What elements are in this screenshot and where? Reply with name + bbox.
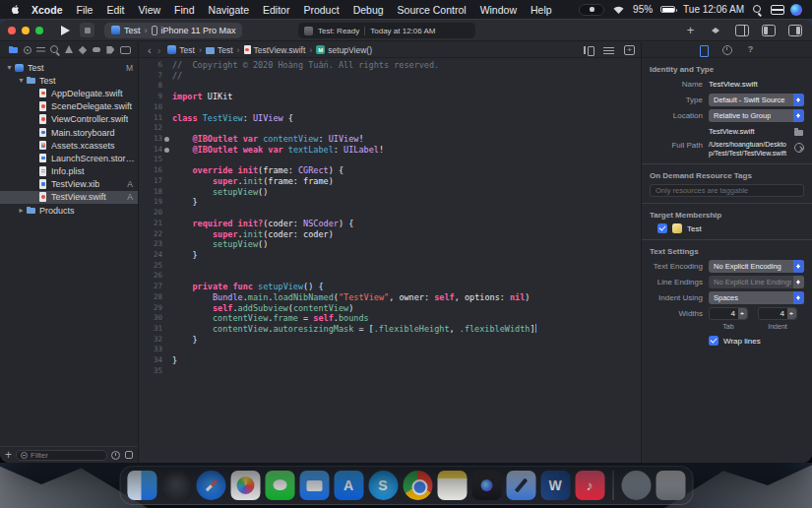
line-number[interactable]: 17 bbox=[139, 176, 162, 187]
file-row-testview-swift[interactable]: TestView.swiftA bbox=[0, 191, 138, 204]
menu-view[interactable]: View bbox=[139, 4, 161, 16]
code-line-7[interactable]: 7// bbox=[139, 71, 641, 82]
editor-layout-icon[interactable] bbox=[735, 25, 749, 36]
stepper-icon[interactable] bbox=[787, 308, 796, 319]
code-line-34[interactable]: 34} bbox=[139, 355, 641, 366]
code-line-11[interactable]: 11class TestView: UIView { bbox=[139, 113, 641, 124]
menu-xcode[interactable]: Xcode bbox=[31, 4, 63, 16]
code-editor[interactable]: 6// Copyright © 2020 Hoàng Tuấn. All rig… bbox=[139, 58, 641, 463]
recent-files-icon[interactable] bbox=[111, 451, 120, 460]
messages-dock-icon[interactable] bbox=[265, 471, 294, 500]
code-line-6[interactable]: 6// Copyright © 2020 Hoàng Tuấn. All rig… bbox=[139, 60, 641, 71]
apple-menu-icon[interactable] bbox=[10, 4, 21, 15]
file-row-assets-xcassets[interactable]: Assets.xcassets bbox=[0, 139, 138, 152]
wrap-lines-row[interactable]: Wrap lines bbox=[642, 336, 812, 346]
disclosure-triangle-icon[interactable]: ▾ bbox=[5, 63, 14, 72]
spotlight-icon[interactable] bbox=[752, 4, 763, 15]
line-number[interactable]: 30 bbox=[139, 313, 162, 324]
code-line-25[interactable]: 25 bbox=[139, 261, 641, 272]
line-number[interactable]: 27 bbox=[139, 282, 162, 292]
run-button[interactable] bbox=[61, 26, 70, 35]
text-encoding-popup[interactable]: No Explicit Encoding bbox=[709, 260, 804, 273]
issues-navigator-icon[interactable] bbox=[64, 44, 75, 55]
menu-help[interactable]: Help bbox=[531, 4, 552, 16]
line-number[interactable]: 16 bbox=[139, 165, 162, 176]
line-number[interactable]: 7 bbox=[139, 71, 162, 82]
code-line-24[interactable]: 24 } bbox=[139, 250, 641, 261]
word-dock-icon[interactable] bbox=[540, 471, 570, 500]
file-row-testview-xib[interactable]: TestView.xibA bbox=[0, 178, 138, 191]
menu-source-control[interactable]: Source Control bbox=[398, 4, 467, 16]
symbols-navigator-icon[interactable] bbox=[35, 44, 46, 55]
line-number[interactable]: 25 bbox=[139, 261, 162, 272]
line-endings-popup[interactable]: No Explicit Line Endings bbox=[709, 276, 804, 288]
code-line-9[interactable]: 9import UIKit bbox=[139, 92, 641, 102]
line-number[interactable]: 6 bbox=[139, 60, 162, 71]
code-line-8[interactable]: 8 bbox=[139, 81, 641, 92]
line-number[interactable]: 19 bbox=[139, 197, 162, 208]
back-icon[interactable]: ‹ bbox=[148, 45, 152, 55]
code-line-28[interactable]: 28 Bundle.main.loadNibNamed("TestView", … bbox=[139, 292, 641, 303]
line-number[interactable]: 21 bbox=[139, 219, 162, 229]
adjust-icon[interactable] bbox=[603, 45, 614, 55]
control-center-icon[interactable] bbox=[771, 5, 782, 15]
filter-input[interactable]: Filter bbox=[16, 450, 107, 461]
library-plus-icon[interactable]: + bbox=[685, 25, 696, 36]
type-popup[interactable]: Default - Swift Source bbox=[709, 94, 804, 106]
location-popup[interactable]: Relative to Group bbox=[709, 109, 804, 122]
menu-edit[interactable]: Edit bbox=[106, 4, 124, 16]
music-dock-icon[interactable] bbox=[575, 471, 604, 500]
line-number[interactable]: 35 bbox=[139, 366, 162, 377]
menubar-clock[interactable]: Tue 12:06 AM bbox=[683, 4, 744, 15]
line-number[interactable]: 29 bbox=[139, 303, 162, 314]
siri-icon[interactable] bbox=[790, 4, 802, 16]
notes-dock-icon[interactable] bbox=[437, 471, 467, 500]
safari-dock-icon[interactable] bbox=[196, 471, 225, 500]
file-row-viewcontroller-swift[interactable]: ViewController.swift bbox=[0, 113, 138, 126]
minimize-button[interactable] bbox=[22, 27, 30, 34]
menu-product[interactable]: Product bbox=[303, 4, 339, 16]
code-line-14[interactable]: 14 @IBOutlet weak var textLabel: UILabel… bbox=[139, 145, 641, 156]
code-line-12[interactable]: 12 bbox=[139, 123, 641, 134]
line-number[interactable]: 23 bbox=[139, 239, 162, 250]
xcode-dock-icon[interactable] bbox=[506, 471, 535, 500]
line-number[interactable]: 10 bbox=[139, 102, 162, 113]
code-line-21[interactable]: 21 required init?(coder: NSCoder) { bbox=[139, 219, 641, 229]
menu-debug[interactable]: Debug bbox=[353, 4, 384, 16]
file-row-products[interactable]: ▸Products bbox=[0, 204, 138, 217]
code-line-35[interactable]: 35 bbox=[139, 366, 641, 377]
menu-file[interactable]: File bbox=[77, 4, 94, 16]
code-line-22[interactable]: 22 super.init(coder: coder) bbox=[139, 229, 641, 240]
line-number[interactable]: 18 bbox=[139, 187, 162, 198]
downloads-dock-icon[interactable] bbox=[621, 471, 651, 500]
file-row-test[interactable]: ▾TestM bbox=[0, 61, 138, 74]
file-row-test[interactable]: ▾Test bbox=[0, 74, 138, 87]
trash-dock-icon[interactable] bbox=[656, 471, 685, 500]
source-control-status-icon[interactable] bbox=[124, 451, 133, 460]
indent-using-popup[interactable]: Spaces bbox=[709, 291, 804, 304]
code-line-31[interactable]: 31 contentView.autoresizingMask = [.flex… bbox=[139, 324, 641, 335]
photos-dock-icon[interactable] bbox=[230, 471, 260, 500]
line-number[interactable]: 33 bbox=[139, 345, 162, 355]
line-number[interactable]: 12 bbox=[139, 123, 162, 134]
line-number[interactable]: 26 bbox=[139, 271, 162, 282]
code-line-17[interactable]: 17 super.init(frame: frame) bbox=[139, 176, 641, 187]
menu-navigate[interactable]: Navigate bbox=[209, 4, 249, 16]
menu-window[interactable]: Window bbox=[480, 4, 517, 16]
skype-dock-icon[interactable] bbox=[368, 471, 398, 500]
disclosure-triangle-icon[interactable]: ▾ bbox=[17, 76, 26, 85]
wifi-icon[interactable] bbox=[612, 5, 625, 15]
code-line-10[interactable]: 10 bbox=[139, 102, 641, 113]
checkbox-checked-icon[interactable] bbox=[657, 223, 667, 233]
line-number[interactable]: 31 bbox=[139, 324, 162, 335]
file-row-appdelegate-swift[interactable]: AppDelegate.swift bbox=[0, 87, 138, 99]
code-line-33[interactable]: 33 bbox=[139, 345, 641, 355]
file-row-scenedelegate-swift[interactable]: SceneDelegate.swift bbox=[0, 100, 138, 113]
debug-navigator-icon[interactable] bbox=[92, 44, 102, 55]
file-inspector-icon[interactable] bbox=[699, 44, 709, 55]
stepper-icon[interactable] bbox=[738, 308, 747, 319]
code-line-30[interactable]: 30 contentView.frame = self.bounds bbox=[139, 313, 641, 324]
zoom-button[interactable] bbox=[35, 27, 43, 34]
tests-navigator-icon[interactable] bbox=[78, 44, 89, 55]
close-button[interactable] bbox=[8, 27, 16, 34]
